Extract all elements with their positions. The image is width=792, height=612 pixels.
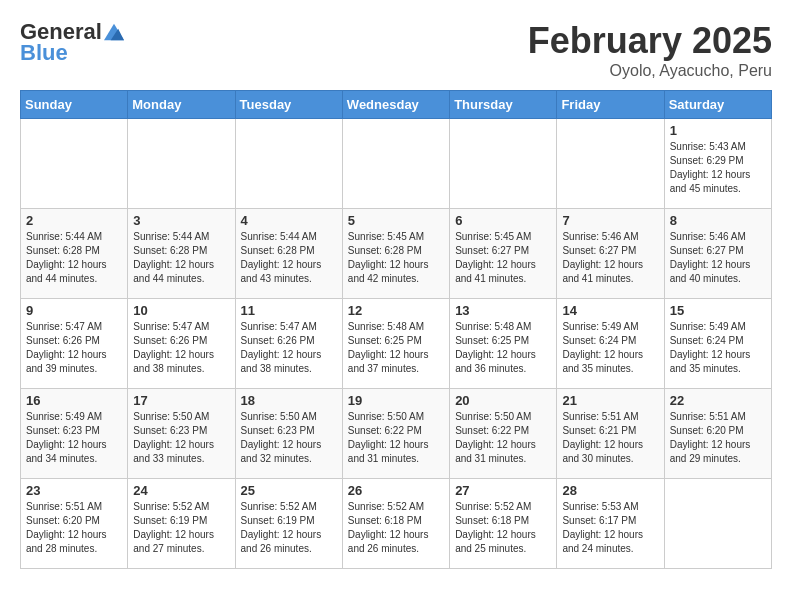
day-number: 14: [562, 303, 658, 318]
table-cell: [664, 479, 771, 569]
table-cell: [557, 119, 664, 209]
day-info: Sunrise: 5:51 AM Sunset: 6:21 PM Dayligh…: [562, 410, 658, 466]
day-number: 24: [133, 483, 229, 498]
table-cell: 24Sunrise: 5:52 AM Sunset: 6:19 PM Dayli…: [128, 479, 235, 569]
col-monday: Monday: [128, 91, 235, 119]
day-info: Sunrise: 5:47 AM Sunset: 6:26 PM Dayligh…: [133, 320, 229, 376]
day-number: 10: [133, 303, 229, 318]
day-info: Sunrise: 5:49 AM Sunset: 6:24 PM Dayligh…: [670, 320, 766, 376]
day-number: 16: [26, 393, 122, 408]
table-cell: 21Sunrise: 5:51 AM Sunset: 6:21 PM Dayli…: [557, 389, 664, 479]
table-cell: 1Sunrise: 5:43 AM Sunset: 6:29 PM Daylig…: [664, 119, 771, 209]
table-cell: 5Sunrise: 5:45 AM Sunset: 6:28 PM Daylig…: [342, 209, 449, 299]
table-cell: 4Sunrise: 5:44 AM Sunset: 6:28 PM Daylig…: [235, 209, 342, 299]
day-number: 15: [670, 303, 766, 318]
table-cell: 12Sunrise: 5:48 AM Sunset: 6:25 PM Dayli…: [342, 299, 449, 389]
table-cell: 26Sunrise: 5:52 AM Sunset: 6:18 PM Dayli…: [342, 479, 449, 569]
col-saturday: Saturday: [664, 91, 771, 119]
table-cell: [21, 119, 128, 209]
table-cell: 15Sunrise: 5:49 AM Sunset: 6:24 PM Dayli…: [664, 299, 771, 389]
logo-icon: [104, 22, 124, 42]
week-row-1: 2Sunrise: 5:44 AM Sunset: 6:28 PM Daylig…: [21, 209, 772, 299]
day-info: Sunrise: 5:50 AM Sunset: 6:23 PM Dayligh…: [133, 410, 229, 466]
day-number: 22: [670, 393, 766, 408]
day-info: Sunrise: 5:52 AM Sunset: 6:18 PM Dayligh…: [348, 500, 444, 556]
day-number: 28: [562, 483, 658, 498]
table-cell: 27Sunrise: 5:52 AM Sunset: 6:18 PM Dayli…: [450, 479, 557, 569]
day-number: 4: [241, 213, 337, 228]
table-cell: 18Sunrise: 5:50 AM Sunset: 6:23 PM Dayli…: [235, 389, 342, 479]
calendar-table: Sunday Monday Tuesday Wednesday Thursday…: [20, 90, 772, 569]
table-cell: [342, 119, 449, 209]
table-cell: 7Sunrise: 5:46 AM Sunset: 6:27 PM Daylig…: [557, 209, 664, 299]
table-cell: 10Sunrise: 5:47 AM Sunset: 6:26 PM Dayli…: [128, 299, 235, 389]
table-cell: 13Sunrise: 5:48 AM Sunset: 6:25 PM Dayli…: [450, 299, 557, 389]
day-info: Sunrise: 5:52 AM Sunset: 6:19 PM Dayligh…: [133, 500, 229, 556]
table-cell: 17Sunrise: 5:50 AM Sunset: 6:23 PM Dayli…: [128, 389, 235, 479]
col-friday: Friday: [557, 91, 664, 119]
day-info: Sunrise: 5:52 AM Sunset: 6:19 PM Dayligh…: [241, 500, 337, 556]
day-number: 5: [348, 213, 444, 228]
day-number: 7: [562, 213, 658, 228]
day-info: Sunrise: 5:51 AM Sunset: 6:20 PM Dayligh…: [670, 410, 766, 466]
day-info: Sunrise: 5:50 AM Sunset: 6:22 PM Dayligh…: [455, 410, 551, 466]
day-info: Sunrise: 5:46 AM Sunset: 6:27 PM Dayligh…: [562, 230, 658, 286]
day-info: Sunrise: 5:47 AM Sunset: 6:26 PM Dayligh…: [26, 320, 122, 376]
table-cell: [235, 119, 342, 209]
calendar-subtitle: Oyolo, Ayacucho, Peru: [528, 62, 772, 80]
title-block: February 2025 Oyolo, Ayacucho, Peru: [528, 20, 772, 80]
table-cell: 22Sunrise: 5:51 AM Sunset: 6:20 PM Dayli…: [664, 389, 771, 479]
day-number: 1: [670, 123, 766, 138]
day-info: Sunrise: 5:44 AM Sunset: 6:28 PM Dayligh…: [26, 230, 122, 286]
col-wednesday: Wednesday: [342, 91, 449, 119]
table-cell: 2Sunrise: 5:44 AM Sunset: 6:28 PM Daylig…: [21, 209, 128, 299]
table-cell: 19Sunrise: 5:50 AM Sunset: 6:22 PM Dayli…: [342, 389, 449, 479]
day-info: Sunrise: 5:45 AM Sunset: 6:28 PM Dayligh…: [348, 230, 444, 286]
day-number: 20: [455, 393, 551, 408]
week-row-4: 23Sunrise: 5:51 AM Sunset: 6:20 PM Dayli…: [21, 479, 772, 569]
calendar-header-row: Sunday Monday Tuesday Wednesday Thursday…: [21, 91, 772, 119]
day-info: Sunrise: 5:45 AM Sunset: 6:27 PM Dayligh…: [455, 230, 551, 286]
day-number: 27: [455, 483, 551, 498]
day-number: 8: [670, 213, 766, 228]
table-cell: [128, 119, 235, 209]
day-number: 25: [241, 483, 337, 498]
table-cell: 3Sunrise: 5:44 AM Sunset: 6:28 PM Daylig…: [128, 209, 235, 299]
day-number: 9: [26, 303, 122, 318]
table-cell: [450, 119, 557, 209]
day-info: Sunrise: 5:47 AM Sunset: 6:26 PM Dayligh…: [241, 320, 337, 376]
day-info: Sunrise: 5:44 AM Sunset: 6:28 PM Dayligh…: [241, 230, 337, 286]
day-number: 3: [133, 213, 229, 228]
day-number: 12: [348, 303, 444, 318]
day-info: Sunrise: 5:48 AM Sunset: 6:25 PM Dayligh…: [348, 320, 444, 376]
table-cell: 6Sunrise: 5:45 AM Sunset: 6:27 PM Daylig…: [450, 209, 557, 299]
day-info: Sunrise: 5:50 AM Sunset: 6:22 PM Dayligh…: [348, 410, 444, 466]
table-cell: 20Sunrise: 5:50 AM Sunset: 6:22 PM Dayli…: [450, 389, 557, 479]
day-info: Sunrise: 5:44 AM Sunset: 6:28 PM Dayligh…: [133, 230, 229, 286]
week-row-2: 9Sunrise: 5:47 AM Sunset: 6:26 PM Daylig…: [21, 299, 772, 389]
day-info: Sunrise: 5:50 AM Sunset: 6:23 PM Dayligh…: [241, 410, 337, 466]
col-tuesday: Tuesday: [235, 91, 342, 119]
page-header: General Blue February 2025 Oyolo, Ayacuc…: [20, 20, 772, 80]
table-cell: 25Sunrise: 5:52 AM Sunset: 6:19 PM Dayli…: [235, 479, 342, 569]
day-number: 13: [455, 303, 551, 318]
day-number: 17: [133, 393, 229, 408]
table-cell: 8Sunrise: 5:46 AM Sunset: 6:27 PM Daylig…: [664, 209, 771, 299]
week-row-0: 1Sunrise: 5:43 AM Sunset: 6:29 PM Daylig…: [21, 119, 772, 209]
table-cell: 9Sunrise: 5:47 AM Sunset: 6:26 PM Daylig…: [21, 299, 128, 389]
table-cell: 14Sunrise: 5:49 AM Sunset: 6:24 PM Dayli…: [557, 299, 664, 389]
day-info: Sunrise: 5:49 AM Sunset: 6:23 PM Dayligh…: [26, 410, 122, 466]
table-cell: 11Sunrise: 5:47 AM Sunset: 6:26 PM Dayli…: [235, 299, 342, 389]
day-info: Sunrise: 5:53 AM Sunset: 6:17 PM Dayligh…: [562, 500, 658, 556]
day-number: 18: [241, 393, 337, 408]
day-number: 21: [562, 393, 658, 408]
day-info: Sunrise: 5:51 AM Sunset: 6:20 PM Dayligh…: [26, 500, 122, 556]
col-sunday: Sunday: [21, 91, 128, 119]
calendar-title: February 2025: [528, 20, 772, 62]
logo: General Blue: [20, 20, 124, 66]
day-info: Sunrise: 5:52 AM Sunset: 6:18 PM Dayligh…: [455, 500, 551, 556]
table-cell: 28Sunrise: 5:53 AM Sunset: 6:17 PM Dayli…: [557, 479, 664, 569]
day-number: 2: [26, 213, 122, 228]
day-info: Sunrise: 5:46 AM Sunset: 6:27 PM Dayligh…: [670, 230, 766, 286]
col-thursday: Thursday: [450, 91, 557, 119]
